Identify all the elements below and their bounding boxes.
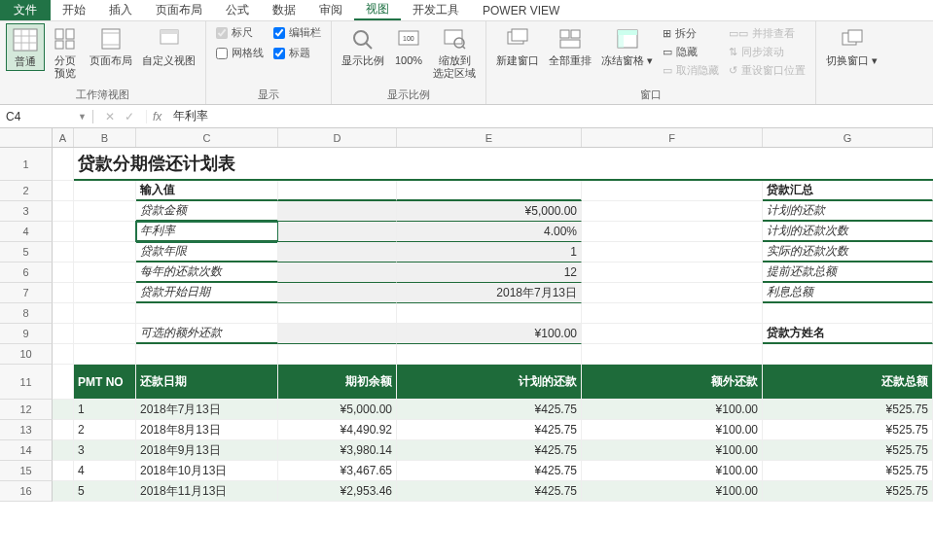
row-14[interactable]: 14 — [0, 440, 53, 461]
svg-rect-0 — [14, 29, 37, 51]
tab-powerview[interactable]: POWER VIEW — [471, 0, 571, 20]
zoom100-icon: 100 — [394, 25, 423, 52]
newwindow-icon — [503, 25, 532, 52]
tab-developer[interactable]: 开发工具 — [401, 0, 471, 20]
view-pagelayout-button[interactable]: 页面布局 — [86, 23, 136, 69]
row-7[interactable]: 7 — [0, 283, 53, 303]
chk-gridlines[interactable]: 网格线 — [212, 44, 268, 62]
svg-rect-30 — [848, 30, 862, 42]
enter-icon[interactable]: ✓ — [125, 110, 134, 123]
row-11[interactable]: 11 — [0, 365, 53, 400]
tab-review[interactable]: 审阅 — [307, 0, 354, 20]
col-A[interactable]: A — [53, 128, 74, 147]
row-4[interactable]: 4 — [0, 222, 53, 242]
svg-rect-8 — [66, 41, 74, 49]
tab-pagelayout[interactable]: 页面布局 — [144, 0, 214, 20]
syncscroll-icon: ⇅ — [729, 46, 737, 58]
svg-line-20 — [462, 46, 465, 49]
freeze-icon — [613, 25, 642, 52]
fx-icon[interactable]: fx — [147, 110, 167, 123]
th-extra[interactable]: 额外还款 — [582, 365, 763, 400]
row-2[interactable]: 2 — [0, 181, 53, 201]
zoom-selection-button[interactable]: 缩放到 选定区域 — [429, 23, 480, 82]
svg-line-15 — [366, 43, 372, 49]
freeze-panes-button[interactable]: 冻结窗格 ▾ — [597, 23, 657, 69]
view-normal-button[interactable]: 普通 — [6, 23, 45, 71]
th-scheduled[interactable]: 计划的还款 — [397, 365, 582, 400]
hide-button[interactable]: ▭隐藏 — [659, 44, 723, 60]
hide-icon: ▭ — [663, 46, 672, 58]
split-icon: ⊞ — [663, 27, 671, 40]
summary-section-head[interactable]: 贷款汇总 — [763, 181, 933, 201]
svg-point-14 — [354, 31, 368, 45]
zoom100-button[interactable]: 100 100% — [390, 23, 427, 69]
chevron-down-icon: ▼ — [78, 112, 87, 122]
row-16[interactable]: 16 — [0, 481, 53, 502]
formula-input[interactable]: 年利率 — [167, 108, 933, 124]
row-8[interactable]: 8 — [0, 303, 53, 324]
tab-insert[interactable]: 插入 — [97, 0, 144, 20]
page-title[interactable]: 贷款分期偿还计划表 — [74, 148, 933, 181]
row-9[interactable]: 9 — [0, 324, 53, 344]
tab-formulas[interactable]: 公式 — [214, 0, 261, 20]
view-custom-button[interactable]: 自定义视图 — [138, 23, 199, 69]
chk-formulabar[interactable]: 编辑栏 — [269, 23, 325, 42]
row-10[interactable]: 10 — [0, 344, 53, 365]
tab-view[interactable]: 视图 — [354, 0, 401, 20]
row-15[interactable]: 15 — [0, 461, 53, 481]
group-workbookviews-label: 工作簿视图 — [6, 86, 199, 104]
th-date[interactable]: 还款日期 — [136, 365, 278, 400]
new-window-button[interactable]: 新建窗口 — [492, 23, 543, 69]
file-tab[interactable]: 文件 — [0, 0, 51, 20]
split-button[interactable]: ⊞拆分 — [659, 25, 723, 42]
name-box[interactable]: C4 ▼ — [0, 110, 93, 123]
syncscroll-button: ⇅同步滚动 — [725, 44, 809, 60]
cancel-icon[interactable]: ✕ — [105, 110, 115, 123]
select-all-corner[interactable] — [0, 128, 53, 147]
svg-rect-9 — [102, 29, 120, 49]
grid-icon — [11, 26, 40, 53]
col-G[interactable]: G — [763, 128, 933, 147]
switch-window-button[interactable]: 切换窗口 ▾ — [822, 23, 881, 69]
sidebyside-button: ▭▭并排查看 — [725, 25, 809, 42]
group-zoom-label: 显示比例 — [338, 86, 480, 104]
row-3[interactable]: 3 — [0, 201, 53, 222]
col-F[interactable]: F — [582, 128, 763, 147]
arrange-icon — [556, 25, 585, 52]
input-section-head[interactable]: 输入值 — [136, 181, 278, 201]
chk-headings[interactable]: 标题 — [269, 44, 325, 62]
th-opening[interactable]: 期初余额 — [278, 365, 397, 400]
svg-rect-24 — [571, 30, 580, 38]
tab-data[interactable]: 数据 — [261, 0, 307, 20]
th-pmtno[interactable]: PMT NO — [74, 365, 136, 400]
row-1[interactable]: 1 — [0, 148, 53, 181]
pagelayout-icon — [96, 25, 126, 52]
svg-rect-28 — [618, 30, 624, 48]
magnifier-icon — [348, 25, 377, 52]
svg-rect-18 — [445, 30, 462, 44]
sidebyside-icon: ▭▭ — [729, 27, 748, 40]
view-pagebreak-button[interactable]: 分页 预览 — [47, 23, 84, 82]
zoomselect-icon — [440, 25, 469, 52]
col-E[interactable]: E — [397, 128, 582, 147]
switchwindow-icon — [838, 25, 867, 52]
row-6[interactable]: 6 — [0, 262, 53, 283]
col-B[interactable]: B — [74, 128, 136, 147]
col-D[interactable]: D — [278, 128, 397, 147]
svg-rect-6 — [66, 29, 74, 39]
unhide-icon: ▭ — [663, 64, 672, 77]
arrange-all-button[interactable]: 全部重排 — [545, 23, 595, 69]
chk-ruler[interactable]: 标尺 — [212, 23, 268, 42]
selected-cell[interactable]: 年利率 — [136, 222, 278, 242]
svg-rect-5 — [55, 29, 63, 39]
tab-home[interactable]: 开始 — [51, 0, 97, 20]
zoom-button[interactable]: 显示比例 — [338, 23, 388, 69]
pagebreak-icon — [51, 25, 80, 52]
row-5[interactable]: 5 — [0, 242, 53, 262]
row-13[interactable]: 13 — [0, 420, 53, 440]
th-total[interactable]: 还款总额 — [763, 365, 933, 400]
customview-icon — [155, 25, 184, 52]
unhide-button: ▭取消隐藏 — [659, 62, 723, 79]
row-12[interactable]: 12 — [0, 400, 53, 420]
col-C[interactable]: C — [136, 128, 278, 147]
